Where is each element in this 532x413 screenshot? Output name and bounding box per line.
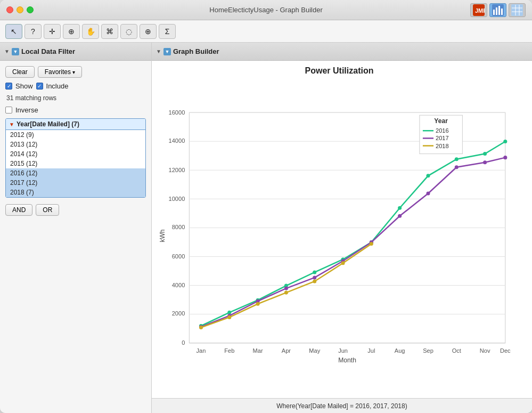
svg-point-60 <box>284 287 288 290</box>
hand-tool-btn[interactable]: ✋ <box>82 24 99 39</box>
svg-point-46 <box>227 311 231 314</box>
svg-point-52 <box>398 206 402 210</box>
clear-button[interactable]: Clear <box>5 66 35 78</box>
svg-text:Mar: Mar <box>253 347 263 354</box>
svg-text:Dec: Dec <box>500 347 511 354</box>
logic-row: AND OR <box>5 204 146 216</box>
svg-text:10000: 10000 <box>169 196 185 202</box>
maximize-button[interactable] <box>27 6 34 13</box>
traffic-lights <box>6 6 34 13</box>
svg-text:4000: 4000 <box>172 282 185 288</box>
include-checkbox[interactable]: ✓ <box>36 83 43 90</box>
filter-item-2013[interactable]: 2013 (12) <box>6 140 145 149</box>
right-panel: ▼ ▼ Graph Builder Power Utilization 1600… <box>152 43 532 413</box>
svg-text:Oct: Oct <box>452 347 461 354</box>
svg-text:JMP: JMP <box>475 7 485 14</box>
svg-text:Nov: Nov <box>480 347 490 354</box>
filter-item-2014[interactable]: 2014 (12) <box>6 149 145 159</box>
show-include-row: ✓ Show ✓ Include <box>5 82 146 90</box>
inverse-row: Inverse <box>5 106 146 114</box>
svg-text:14000: 14000 <box>169 137 185 144</box>
svg-point-66 <box>455 165 459 169</box>
move-tool-btn[interactable]: ⊕ <box>63 24 80 39</box>
svg-point-53 <box>426 174 430 177</box>
filter-section-header[interactable]: ▼ Year[Date Mailed] (7) <box>6 119 145 130</box>
left-panel-header: ▼ ▼ Local Data Filter <box>0 43 151 61</box>
left-panel-title: Local Data Filter <box>21 47 75 55</box>
svg-text:kWh: kWh <box>159 229 166 242</box>
table-view-btn[interactable] <box>509 3 526 17</box>
jmp-icon-btn[interactable]: JMP <box>470 3 487 17</box>
svg-text:Jan: Jan <box>197 347 206 354</box>
svg-point-69 <box>199 326 203 329</box>
svg-text:2016: 2016 <box>436 127 449 134</box>
svg-rect-3 <box>493 10 495 15</box>
svg-rect-4 <box>496 7 497 15</box>
titlebar: HomeElectictyUsage - Graph Builder JMP <box>0 0 532 20</box>
svg-text:Jun: Jun <box>338 347 348 354</box>
main-content: ▼ ▼ Local Data Filter Clear Favorites ✓ … <box>0 43 532 413</box>
favorites-button[interactable]: Favorites <box>38 66 82 78</box>
svg-text:Jul: Jul <box>367 347 375 354</box>
svg-point-72 <box>284 291 288 295</box>
right-panel-collapse-arrow[interactable]: ▼ <box>156 48 161 54</box>
zoom-tool-btn[interactable]: ⊕ <box>140 24 157 39</box>
svg-text:2000: 2000 <box>172 310 185 317</box>
minimize-button[interactable] <box>17 6 23 13</box>
app-window: HomeElectictyUsage - Graph Builder JMP <box>0 0 532 413</box>
filter-list: 2012 (9) 2013 (12) 2014 (12) 2015 (12) 2… <box>6 130 145 197</box>
svg-point-67 <box>483 160 487 164</box>
svg-point-73 <box>313 279 316 283</box>
svg-point-68 <box>503 156 507 159</box>
svg-text:16000: 16000 <box>169 109 185 116</box>
filter-item-2017[interactable]: 2017 (12) <box>6 178 145 188</box>
panel-collapse-arrow[interactable]: ▼ <box>4 48 10 54</box>
filter-item-2018[interactable]: 2018 (7) <box>6 188 145 197</box>
filter-item-2016[interactable]: 2016 (12) <box>6 168 145 178</box>
svg-rect-7 <box>511 4 523 16</box>
svg-point-64 <box>398 214 402 218</box>
svg-point-61 <box>313 276 316 279</box>
inverse-checkbox[interactable] <box>5 107 12 114</box>
filter-section: ▼ Year[Date Mailed] (7) 2012 (9) 2013 (1… <box>5 118 146 198</box>
filter-icon: ▼ <box>12 48 19 55</box>
svg-point-55 <box>483 152 487 156</box>
right-panel-title: Graph Builder <box>173 47 219 55</box>
svg-point-54 <box>455 157 459 161</box>
filter-arrow-icon: ▼ <box>9 122 14 127</box>
filter-item-2015[interactable]: 2015 (12) <box>6 159 145 168</box>
inverse-label: Inverse <box>15 106 38 114</box>
and-button[interactable]: AND <box>5 204 32 216</box>
svg-point-49 <box>313 270 316 274</box>
svg-point-75 <box>370 242 373 246</box>
graph-view-btn[interactable] <box>489 3 506 17</box>
svg-point-71 <box>256 302 260 306</box>
crosshair-tool-btn[interactable]: ✛ <box>44 24 61 39</box>
svg-text:8000: 8000 <box>172 224 185 230</box>
svg-text:12000: 12000 <box>169 167 185 173</box>
show-checkbox[interactable]: ✓ <box>5 83 12 90</box>
panel-body: Clear Favorites ✓ Show ✓ Include 31 matc… <box>0 61 151 221</box>
svg-point-70 <box>227 315 231 319</box>
right-panel-header: ▼ ▼ Graph Builder <box>152 43 532 61</box>
or-button[interactable]: OR <box>36 204 59 216</box>
filter-item-2012[interactable]: 2012 (9) <box>6 130 145 140</box>
close-button[interactable] <box>6 6 13 13</box>
svg-point-56 <box>503 140 507 143</box>
window-title: HomeElectictyUsage - Graph Builder <box>209 6 322 14</box>
matching-rows-text: 31 matching rows <box>5 94 146 102</box>
svg-text:Sep: Sep <box>423 347 433 354</box>
svg-text:Year: Year <box>434 117 448 125</box>
chart-container: 16000 14000 12000 10000 8000 <box>157 79 521 393</box>
help-tool-btn[interactable]: ? <box>24 24 42 39</box>
svg-text:0: 0 <box>182 339 185 346</box>
select-tool-btn[interactable]: ↖ <box>5 24 22 39</box>
chart-title: Power Utilization <box>157 66 521 76</box>
lasso-tool-btn[interactable]: ◌ <box>120 24 137 39</box>
brush-tool-btn[interactable]: ⌘ <box>101 24 118 39</box>
left-panel: ▼ ▼ Local Data Filter Clear Favorites ✓ … <box>0 43 152 413</box>
formula-tool-btn[interactable]: Σ <box>159 24 176 39</box>
svg-text:May: May <box>309 347 320 354</box>
svg-text:Aug: Aug <box>395 347 405 354</box>
filter-section-title: Year[Date Mailed] (7) <box>17 120 79 128</box>
